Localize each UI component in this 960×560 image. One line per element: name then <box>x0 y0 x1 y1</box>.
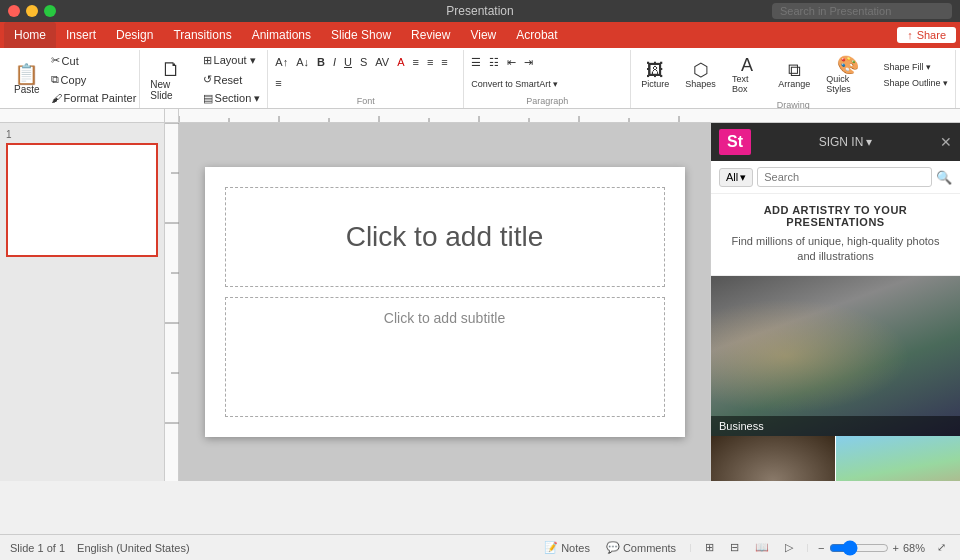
reset-button[interactable]: ↺ Reset <box>200 71 264 88</box>
tab-design[interactable]: Design <box>106 22 163 48</box>
paste-button[interactable]: 📋 Paste <box>8 56 46 102</box>
normal-view-button[interactable]: ⊞ <box>701 540 718 555</box>
picture-icon: 🖼 <box>646 61 664 79</box>
close-panel-button[interactable]: ✕ <box>940 134 952 150</box>
stock-image-business[interactable]: Business <box>711 276 960 436</box>
tab-review[interactable]: Review <box>401 22 460 48</box>
subtitle-placeholder[interactable]: Click to add subtitle <box>225 297 665 417</box>
title-search-input[interactable] <box>772 3 952 19</box>
copy-button[interactable]: ⧉ Copy <box>48 71 140 88</box>
quick-styles-button[interactable]: 🎨 Quick Styles <box>820 52 876 98</box>
sign-in-button[interactable]: SIGN IN ▾ <box>819 135 873 149</box>
language-info: English (United States) <box>77 542 190 554</box>
paste-icon: 📋 <box>14 64 39 84</box>
title-placeholder[interactable]: Click to add title <box>225 187 665 287</box>
new-slide-button[interactable]: 🗋 New Slide <box>144 56 197 104</box>
comments-button[interactable]: 💬 Comments <box>602 540 680 555</box>
format-painter-button[interactable]: 🖌 Format Painter <box>48 90 140 106</box>
ribbon-clipboard-group: 📋 Paste ✂ Cut ⧉ Copy 🖌 Format Painter <box>4 50 140 108</box>
shapes-button[interactable]: ⬡ Shapes <box>679 52 722 98</box>
numbering-button[interactable]: ☷ <box>486 54 502 71</box>
underline-button[interactable]: U <box>341 54 355 70</box>
arrange-button[interactable]: ⧉ Arrange <box>772 52 816 98</box>
shadow-button[interactable]: S <box>357 54 370 70</box>
align-left-button[interactable]: ≡ <box>410 54 422 70</box>
format-painter-icon: 🖌 <box>51 92 62 104</box>
slide-canvas-area: Click to add title Click to add subtitle <box>179 123 710 481</box>
text-box-button[interactable]: A Text Box <box>726 52 768 98</box>
decrease-indent-button[interactable]: ⇤ <box>504 54 519 71</box>
tab-bar: Home Insert Design Transitions Animation… <box>0 22 960 48</box>
tab-transitions[interactable]: Transitions <box>163 22 241 48</box>
slide-sorter-button[interactable]: ⊟ <box>726 540 743 555</box>
ribbon: 📋 Paste ✂ Cut ⧉ Copy 🖌 Format Painter <box>0 48 960 109</box>
filter-chevron-icon: ▾ <box>740 171 746 184</box>
font-color-button[interactable]: A <box>394 54 407 70</box>
paragraph-label: Paragraph <box>468 94 626 106</box>
ribbon-drawing-group: 🖼 Picture ⬡ Shapes A Text Box ⧉ Arrange … <box>631 50 956 108</box>
status-left: Slide 1 of 1 English (United States) <box>10 542 190 554</box>
slideshow-button[interactable]: ▷ <box>781 540 797 555</box>
layout-button[interactable]: ⊞ Layout ▾ <box>200 52 264 69</box>
tab-insert[interactable]: Insert <box>56 22 106 48</box>
stock-search-bar: All ▾ 🔍 <box>711 161 960 194</box>
cut-button[interactable]: ✂ Cut <box>48 52 140 69</box>
align-justify-button[interactable]: ≡ <box>272 75 284 91</box>
business-photo <box>711 276 960 436</box>
stock-images: Business Backgrounds Travel <box>711 276 960 481</box>
smartart-button[interactable]: Convert to SmartArt ▾ <box>468 77 561 91</box>
section-icon: ▤ <box>203 92 213 105</box>
reading-view-button[interactable]: 📖 <box>751 540 773 555</box>
stock-promo: ADD ARTISTRY TO YOUR PRESENTATIONS Find … <box>711 194 960 276</box>
ribbon-slides-group: 🗋 New Slide ⊞ Layout ▾ ↺ Reset ▤ Section… <box>140 50 268 108</box>
close-button[interactable] <box>8 5 20 17</box>
tab-home[interactable]: Home <box>4 22 56 48</box>
main-content: 1 Click to add title Click to add subtit… <box>0 123 960 481</box>
shape-fill-button[interactable]: Shape Fill ▾ <box>880 60 951 74</box>
align-center-button[interactable]: ≡ <box>424 54 436 70</box>
maximize-button[interactable] <box>44 5 56 17</box>
tab-animations[interactable]: Animations <box>242 22 321 48</box>
zoom-in-button[interactable]: + <box>893 542 899 554</box>
char-spacing-button[interactable]: AV <box>372 54 392 70</box>
italic-button[interactable]: I <box>330 54 339 70</box>
slide-canvas[interactable]: Click to add title Click to add subtitle <box>205 167 685 437</box>
stock-image-backgrounds[interactable]: Backgrounds <box>711 436 836 481</box>
share-button[interactable]: ↑ Share <box>897 27 956 43</box>
align-right-button[interactable]: ≡ <box>438 54 450 70</box>
stock-image-travel[interactable]: Travel <box>836 436 960 481</box>
status-right: 📝 Notes 💬 Comments ⊞ ⊟ 📖 ▷ − + 68% ⤢ <box>540 540 950 556</box>
font-size-decrease[interactable]: A↓ <box>293 54 312 70</box>
travel-photo <box>836 436 960 481</box>
slide-info: Slide 1 of 1 <box>10 542 65 554</box>
minimize-button[interactable] <box>26 5 38 17</box>
bold-button[interactable]: B <box>314 54 328 70</box>
notes-button[interactable]: 📝 Notes <box>540 540 594 555</box>
share-icon: ↑ <box>907 29 913 41</box>
copy-icon: ⧉ <box>51 73 59 86</box>
tab-acrobat[interactable]: Acrobat <box>506 22 567 48</box>
slide-thumbnail[interactable] <box>6 143 158 257</box>
zoom-out-button[interactable]: − <box>818 542 824 554</box>
bullets-button[interactable]: ☰ <box>468 54 484 71</box>
zoom-slider[interactable] <box>829 540 889 556</box>
zoom-level[interactable]: 68% <box>903 542 925 554</box>
shape-outline-button[interactable]: Shape Outline ▾ <box>880 76 951 90</box>
fit-to-window-button[interactable]: ⤢ <box>933 540 950 555</box>
tab-view[interactable]: View <box>460 22 506 48</box>
increase-indent-button[interactable]: ⇥ <box>521 54 536 71</box>
section-button[interactable]: ▤ Section ▾ <box>200 90 264 107</box>
zoom-control: − + 68% <box>818 540 925 556</box>
tab-slideshow[interactable]: Slide Show <box>321 22 401 48</box>
new-slide-icon: 🗋 <box>161 59 181 79</box>
stock-header: St SIGN IN ▾ ✕ <box>711 123 960 161</box>
layout-icon: ⊞ <box>203 54 212 67</box>
stock-filter-button[interactable]: All ▾ <box>719 168 753 187</box>
font-size-increase[interactable]: A↑ <box>272 54 291 70</box>
picture-button[interactable]: 🖼 Picture <box>635 52 675 98</box>
reset-icon: ↺ <box>203 73 212 86</box>
stock-search-input[interactable] <box>757 167 932 187</box>
ribbon-font-group: A↑ A↓ B I U S AV A ≡ ≡ ≡ ≡ Font <box>268 50 464 108</box>
text-box-icon: A <box>741 56 753 74</box>
quick-styles-icon: 🎨 <box>837 56 859 74</box>
